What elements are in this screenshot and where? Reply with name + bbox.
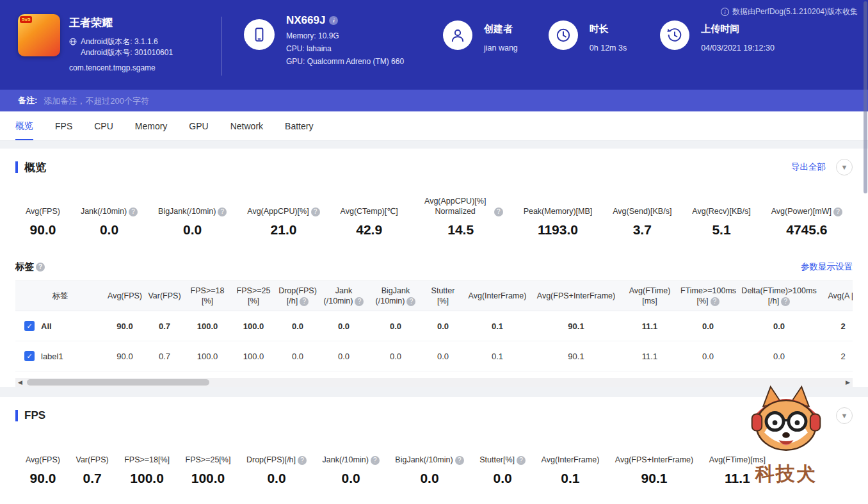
upload-time-block: 上传时间 04/03/2021 19:12:30 <box>660 14 775 53</box>
help-icon[interactable]: ? <box>517 456 526 465</box>
fps-stat-drop-fps: Drop(FPS)[/h]? 0.0 <box>246 443 307 486</box>
help-icon[interactable]: ? <box>36 263 45 272</box>
creator-value: jian wang <box>484 44 518 53</box>
labels-title: 标签 <box>15 261 34 273</box>
device-cpu: CPU: lahaina <box>286 42 404 55</box>
scrollbar-thumb[interactable] <box>27 379 209 386</box>
col-avg-interframe: Avg(InterFrame) <box>463 281 531 311</box>
help-icon[interactable]: ? <box>298 456 307 465</box>
col-avg-fps-interframe: Avg(FPS+InterFrame) <box>531 281 621 311</box>
col-delta-ftime: Delta(FTime)>100ms [/h]? <box>737 281 821 311</box>
col-label: 标签 <box>15 281 105 311</box>
col-drop-fps: Drop(FPS) [/h]? <box>277 281 319 311</box>
fps-stats-row: Avg(FPS) 90.0 Var(FPS) 0.7 FPS>=18[%] 10… <box>0 429 868 504</box>
note-input[interactable] <box>44 96 319 106</box>
help-icon[interactable]: ? <box>711 297 719 306</box>
fps-stat-fps-ge18: FPS>=18[%] 100.0 <box>124 443 170 486</box>
person-icon <box>443 20 472 50</box>
fps-section: FPS ▼ Avg(FPS) 90.0 Var(FPS) 0.7 FPS>=18… <box>0 397 868 504</box>
help-icon[interactable]: ? <box>455 456 464 465</box>
tab-gpu[interactable]: GPU <box>189 111 208 140</box>
creator-block: 创建者 jian wang <box>443 14 518 53</box>
overview-section: 概览 导出全部 ▼ Avg(FPS) 90.0 Jank(/10min)? 0.… <box>0 149 868 387</box>
globe-icon <box>69 38 77 45</box>
stat-avg-fps: Avg(FPS) 90.0 <box>26 195 60 238</box>
col-bigjank: BigJank (/10min)? <box>369 281 422 311</box>
row-name: All <box>41 321 52 331</box>
help-icon[interactable]: ? <box>781 297 790 306</box>
scroll-right-arrow[interactable]: ▶ <box>846 379 850 386</box>
clock-icon <box>549 20 578 50</box>
fps-collapse-button[interactable]: ▼ <box>836 407 853 424</box>
help-icon[interactable]: ? <box>406 297 415 306</box>
duration-label: 时长 <box>590 23 627 35</box>
page-scrollbar[interactable] <box>863 0 868 504</box>
stat-avg-ctemp: Avg(CTemp)[℃] 42.9 <box>341 195 398 238</box>
collect-note-text: 数据由PerfDog(5.1.210204)版本收集 <box>732 6 858 17</box>
stat-bigjank: BigJank(/10min)? 0.0 <box>158 195 227 238</box>
device-block: NX669J i Memory: 10.9G CPU: lahaina GPU:… <box>244 14 414 68</box>
labels-table: 标签 Avg(FPS) Var(FPS) FPS>=18 [%] FPS>=25… <box>15 280 853 371</box>
tab-fps[interactable]: FPS <box>55 111 72 140</box>
section-accent-bar <box>15 161 18 173</box>
col-var-fps: Var(FPS) <box>145 281 184 311</box>
scroll-left-arrow[interactable]: ◀ <box>18 379 22 386</box>
help-icon[interactable]: ? <box>129 207 138 216</box>
device-info-icon[interactable]: i <box>329 16 338 25</box>
help-icon[interactable]: ? <box>300 297 309 306</box>
fps-stat-avg-ftime: Avg(FTime)[ms] 11.1 <box>709 443 766 486</box>
note-label: 备注: <box>18 95 37 106</box>
col-avg-ftime: Avg(FTime) [ms] <box>621 281 679 311</box>
row-checkbox[interactable]: ✓ <box>24 321 35 331</box>
col-ftime-ge100: FTime>=100ms [%]? <box>679 281 737 311</box>
fps-stat-fps-ge25: FPS>=25[%] 100.0 <box>186 443 231 486</box>
info-icon: i <box>721 8 729 16</box>
col-jank: Jank (/10min)? <box>319 281 369 311</box>
upload-time-value: 04/03/2021 19:12:30 <box>701 44 775 53</box>
app-version-name: Android版本名: 3.1.1.6 <box>81 37 173 47</box>
param-display-settings-link[interactable]: 参数显示设置 <box>801 261 853 273</box>
table-row-label1: ✓ label1 90.0 0.7 100.0 100.0 0.0 0.0 0.… <box>15 341 853 371</box>
app-version-code: Android版本号: 301010601 <box>81 47 173 58</box>
table-header-row: 标签 Avg(FPS) Var(FPS) FPS>=18 [%] FPS>=25… <box>15 281 853 311</box>
tab-cpu[interactable]: CPU <box>94 111 113 140</box>
stat-avg-send: Avg(Send)[KB/s] 3.7 <box>613 195 671 238</box>
page-scrollbar-thumb[interactable] <box>864 1 867 193</box>
fps-stat-avg-fps-interframe: Avg(FPS+InterFrame) 90.1 <box>615 443 693 486</box>
tab-memory[interactable]: Memory <box>135 111 168 140</box>
app-block: 5v5 王者荣耀 Android版本名: 3.1.1.6 Android版本号:… <box>18 14 218 72</box>
stat-jank: Jank(/10min)? 0.0 <box>81 195 138 238</box>
tab-battery[interactable]: Battery <box>285 111 313 140</box>
col-avg-fps: Avg(FPS) <box>105 281 145 311</box>
fps-stat-stutter: Stutter[%]? 0.0 <box>479 443 526 486</box>
duration-block: 时长 0h 12m 3s <box>549 14 627 53</box>
help-icon[interactable]: ? <box>494 207 503 216</box>
table-horizontal-scrollbar[interactable]: ◀ ▶ <box>15 378 853 387</box>
help-icon[interactable]: ? <box>311 207 320 216</box>
tab-network[interactable]: Network <box>230 111 263 140</box>
help-icon[interactable]: ? <box>218 207 227 216</box>
row-checkbox[interactable]: ✓ <box>24 351 35 361</box>
overview-collapse-button[interactable]: ▼ <box>836 159 853 175</box>
section-accent-bar <box>15 410 18 421</box>
fps-stat-avg-fps: Avg(FPS) 90.0 <box>26 443 60 486</box>
help-icon[interactable]: ? <box>371 456 380 465</box>
help-icon[interactable]: ? <box>355 297 364 306</box>
col-clipped: Avg(A [9 <box>821 281 853 311</box>
stat-avg-appcpu-normalized: Avg(AppCPU)[%] Normalized? 14.5 <box>419 195 503 238</box>
fps-stat-bigjank: BigJank(/10min)? 0.0 <box>395 443 463 486</box>
collect-note: i 数据由PerfDog(5.1.210204)版本收集 <box>721 6 858 17</box>
app-icon-badge: 5v5 <box>20 16 32 23</box>
fps-stat-jank: Jank(/10min)? 0.0 <box>323 443 380 486</box>
tab-overview[interactable]: 概览 <box>15 111 33 140</box>
creator-label: 创建者 <box>484 23 518 35</box>
duration-value: 0h 12m 3s <box>590 44 627 53</box>
overview-stats-row: Avg(FPS) 90.0 Jank(/10min)? 0.0 BigJank(… <box>0 181 868 259</box>
row-name: label1 <box>41 352 63 361</box>
report-tabs: 概览 FPS CPU Memory GPU Network Battery <box>0 111 868 141</box>
help-icon[interactable]: ? <box>833 207 842 216</box>
header-divider <box>221 17 222 76</box>
export-all-link[interactable]: 导出全部 <box>791 161 826 173</box>
stat-peak-memory: Peak(Memory)[MB] 1193.0 <box>524 195 593 238</box>
history-clock-icon <box>660 20 689 50</box>
